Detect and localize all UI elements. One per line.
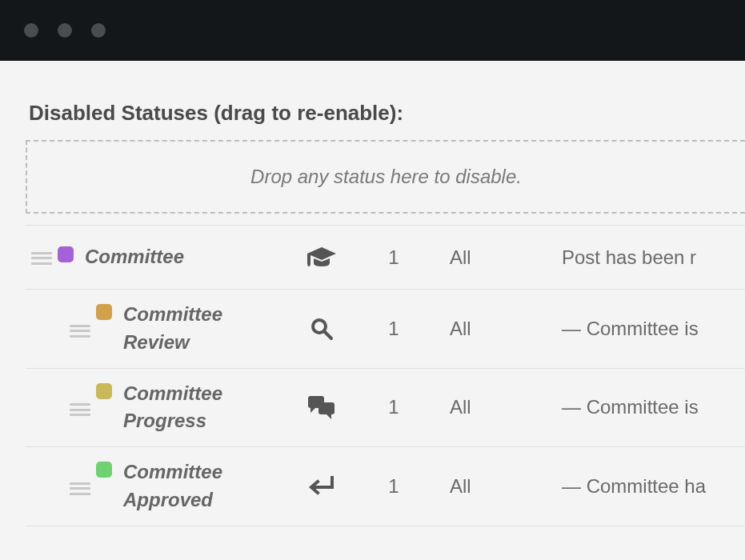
status-name: Committee Review (123, 301, 282, 357)
status-color-swatch (58, 246, 74, 262)
status-color-swatch (96, 383, 112, 399)
status-scope: All (426, 396, 562, 418)
svg-rect-3 (318, 402, 334, 414)
status-name: Committee (85, 243, 184, 271)
status-row[interactable]: Committee Review 1 All — Committee is (26, 289, 745, 368)
graduation-cap-icon (282, 246, 362, 270)
window-titlebar (0, 0, 745, 61)
maximize-window-button[interactable] (91, 23, 106, 38)
status-name-cell: Committee Progress (96, 380, 282, 436)
section-title: Disabled Statuses (drag to re-enable): (26, 101, 745, 126)
return-icon (282, 476, 362, 497)
status-scope: All (426, 475, 562, 498)
close-window-button[interactable] (24, 23, 38, 38)
drag-handle[interactable] (64, 398, 96, 416)
status-name-cell: Committee Review (96, 301, 282, 357)
status-scope: All (426, 318, 562, 340)
drag-handle[interactable] (64, 320, 96, 338)
status-row[interactable]: Committee Progress 1 All — Committee is (26, 368, 745, 447)
status-list: Committee 1 All Post has been r Committe… (26, 225, 745, 526)
status-description: — Committee ha (562, 475, 745, 498)
status-description: Post has been r (562, 246, 745, 269)
minimize-window-button[interactable] (58, 23, 72, 38)
status-name: Committee Approved (123, 458, 282, 514)
status-description: — Committee is (562, 318, 745, 340)
svg-line-1 (324, 331, 331, 338)
status-color-swatch (96, 462, 112, 478)
status-row[interactable]: Committee Approved 1 All — Committee ha (26, 446, 745, 526)
status-scope: All (426, 246, 562, 269)
status-row[interactable]: Committee 1 All Post has been r (26, 225, 745, 289)
status-count: 1 (362, 396, 426, 418)
status-count: 1 (362, 246, 426, 269)
status-count: 1 (362, 318, 426, 340)
content-area: Disabled Statuses (drag to re-enable): D… (0, 61, 745, 526)
status-name: Committee Progress (123, 380, 282, 436)
status-name-cell: Committee Approved (96, 458, 282, 514)
status-color-swatch (96, 304, 112, 320)
status-count: 1 (362, 475, 426, 498)
disable-drop-zone[interactable]: Drop any status here to disable. (26, 140, 745, 214)
search-icon (282, 317, 362, 341)
drag-handle[interactable] (26, 250, 58, 265)
drag-handle[interactable] (64, 478, 96, 495)
comments-icon (282, 395, 362, 419)
status-description: — Committee is (562, 396, 745, 418)
status-name-cell: Committee (58, 243, 282, 271)
